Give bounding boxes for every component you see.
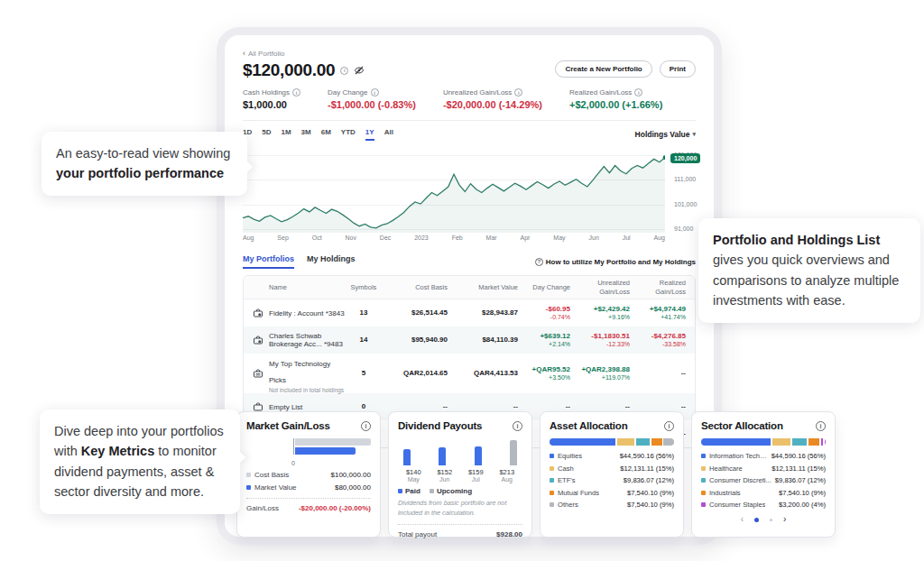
- total-payout-label: Total payout: [398, 530, 437, 538]
- stat-realized-gain-loss: Realized Gain/Lossi +$2,000.00 (+1.66%): [569, 88, 662, 110]
- range-1m[interactable]: 1M: [281, 128, 291, 141]
- callout-text: An easy-to-read view showing: [56, 146, 230, 161]
- allocation-segment: [792, 438, 808, 446]
- allocation-segment: [808, 438, 819, 446]
- watchlist-icon: [253, 368, 263, 379]
- chevron-left-icon: ‹: [243, 50, 245, 58]
- table-row[interactable]: Fidelity : Account *3843 13 $26,514.45 $…: [244, 299, 695, 326]
- stat-label: Realized Gain/Loss: [569, 88, 632, 97]
- stat-label: Day Change: [328, 88, 367, 97]
- help-link-label: How to utilize My Portfolio and My Holdi…: [546, 258, 696, 266]
- info-icon[interactable]: i: [292, 88, 300, 97]
- legend-swatch: [246, 473, 251, 477]
- allocation-segment: [701, 438, 771, 446]
- allocation-segment: [663, 438, 674, 446]
- gain-loss-label: Gain/Loss: [246, 504, 279, 512]
- range-1y[interactable]: 1Y: [365, 128, 374, 141]
- allocation-segment: [617, 438, 635, 446]
- card-title: Dividend Payouts: [398, 420, 482, 431]
- callout-key-metrics: Dive deep into your portfolios with Key …: [40, 409, 240, 514]
- performance-chart[interactable]: 121,000 111,000 101,000 91,000 120,000 A…: [243, 150, 696, 245]
- back-navigation[interactable]: ‹ All Portfolio: [243, 50, 696, 58]
- info-icon[interactable]: i: [634, 88, 642, 97]
- print-button[interactable]: Print: [660, 60, 696, 78]
- portfolio-icon: [253, 308, 263, 318]
- info-icon[interactable]: i: [816, 421, 826, 431]
- divider: [246, 498, 371, 499]
- callout-holdings-list: Portfolio and Holdings List gives you qu…: [698, 218, 920, 323]
- question-icon: ?: [535, 258, 543, 266]
- tab-my-holdings[interactable]: My Holdings: [307, 254, 356, 269]
- market-gain-loss-card: Market Gain/Loss i 0 Cost Basis $100,000…: [236, 411, 381, 538]
- portfolio-name: Charles Schwab Brokerage Acc... *9483: [269, 332, 345, 348]
- range-ytd[interactable]: YTD: [341, 128, 356, 141]
- tab-my-portfolios[interactable]: My Portfolios: [243, 254, 294, 269]
- total-payout-value: $928.00: [496, 530, 522, 538]
- time-range-tabs: 1D 5D 1M 3M 6M YTD 1Y All: [243, 128, 393, 141]
- carousel-dot[interactable]: [770, 519, 772, 521]
- stat-label: Cash Holdings: [243, 88, 290, 97]
- allocation-segment: [636, 438, 651, 446]
- range-3m[interactable]: 3M: [301, 128, 311, 141]
- holdings-value-dropdown[interactable]: Holdings Value ▾: [635, 130, 696, 139]
- info-icon[interactable]: i: [340, 67, 348, 75]
- portfolio-name: Empty List: [269, 403, 302, 411]
- sector-allocation-card: Sector Allocation i Information Techno..…: [691, 411, 836, 538]
- dividend-bar: [510, 440, 517, 465]
- table-row[interactable]: Charles Schwab Brokerage Acc... *9483 14…: [244, 326, 695, 354]
- carousel-controls: ‹ ›: [701, 515, 826, 524]
- stat-day-change: Day Changei -$1,000.00 (-0.83%): [328, 88, 416, 110]
- portfolio-icon: [253, 335, 263, 345]
- portfolio-subtext: Not included in total holdings: [269, 387, 345, 393]
- y-axis-label: 101,000: [674, 201, 710, 207]
- y-axis-label: 111,000: [674, 176, 710, 182]
- range-5d[interactable]: 5D: [262, 128, 271, 141]
- dividend-bar-chart: [398, 438, 522, 465]
- back-label: All Portfolio: [248, 50, 284, 58]
- stat-cash-holdings: Cash Holdingsi $1,000.00: [243, 88, 300, 110]
- carousel-prev-button[interactable]: ‹: [741, 515, 744, 524]
- dividend-bar: [439, 447, 446, 465]
- dividend-note: Dividends from basic portfolio are not i…: [398, 499, 522, 518]
- dividend-payouts-card: Dividend Payouts i $140May $152Jun $159J…: [388, 411, 532, 538]
- card-title: Asset Allocation: [550, 420, 627, 431]
- stat-value: -$1,000.00 (-0.83%): [328, 99, 416, 110]
- divider: [398, 524, 522, 525]
- portfolio-total-value: $120,000.00: [243, 60, 335, 80]
- create-portfolio-button[interactable]: Create a New Portfolio: [555, 60, 651, 78]
- callout-bold-text: your portfolio performance: [56, 166, 224, 180]
- carousel-dot-active[interactable]: [754, 518, 759, 522]
- info-icon[interactable]: i: [513, 421, 522, 431]
- legend-swatch: [430, 489, 434, 493]
- card-title: Sector Allocation: [701, 420, 783, 431]
- dividend-bar: [475, 446, 482, 465]
- carousel-next-button[interactable]: ›: [783, 515, 786, 524]
- info-icon[interactable]: i: [514, 88, 522, 97]
- dividend-bar-labels: $140May $152Jun $159Jul $213Aug: [398, 468, 522, 483]
- cost-basis-bar: [295, 438, 371, 446]
- legend-cost-basis: Cost Basis $100,000.00: [246, 471, 371, 479]
- legend-swatch: [246, 485, 251, 490]
- gain-loss-value: -$20,000.00 (-20.00%): [299, 504, 371, 512]
- range-6m[interactable]: 6M: [321, 128, 331, 141]
- dividend-legend: Paid Upcoming: [398, 487, 522, 495]
- dividend-bar: [403, 449, 411, 465]
- allocation-legend: Equities$44,590.16 (56%) Cash$12,131.11 …: [550, 452, 674, 509]
- info-icon[interactable]: i: [371, 88, 379, 97]
- info-icon[interactable]: i: [664, 421, 674, 431]
- callout-bold-text: Portfolio and Holdings List: [713, 233, 880, 247]
- stat-value: $1,000.00: [243, 99, 300, 110]
- x-axis-labels: AugSep OctNov Dec2023 FebMar AprMay JunJ…: [243, 235, 665, 241]
- line-chart: [243, 150, 665, 233]
- allocation-stacked-bar: [701, 438, 826, 446]
- info-icon[interactable]: i: [361, 421, 371, 431]
- legend-market-value: Market Value $80,000.00: [246, 483, 371, 492]
- eye-off-icon[interactable]: [354, 65, 365, 76]
- portfolio-total: $120,000.00 i: [243, 60, 365, 80]
- allocation-stacked-bar: [550, 438, 674, 446]
- current-value-badge: 120,000: [670, 153, 700, 163]
- range-all[interactable]: All: [384, 128, 393, 141]
- portfolio-name: My Top Technology Picks: [269, 360, 330, 384]
- help-link[interactable]: ? How to utilize My Portfolio and My Hol…: [535, 258, 696, 266]
- table-row[interactable]: My Top Technology Picks Not included in …: [244, 354, 695, 393]
